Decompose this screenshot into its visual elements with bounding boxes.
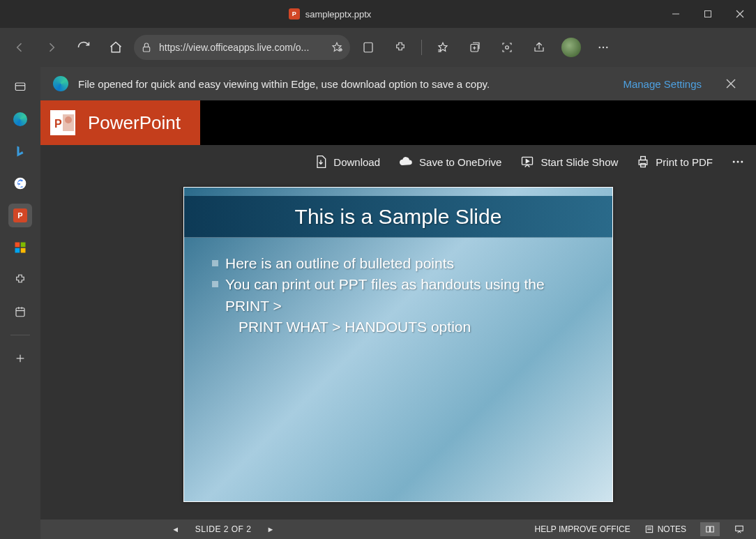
slideshow-label: Start Slide Show <box>540 156 618 168</box>
home-button[interactable] <box>102 33 130 61</box>
forward-button[interactable] <box>38 33 66 61</box>
download-label: Download <box>333 156 380 168</box>
svg-rect-1 <box>705 11 711 17</box>
tab-powerpoint[interactable]: P <box>8 204 32 227</box>
web-capture-icon[interactable] <box>493 33 521 61</box>
lock-icon <box>141 42 152 53</box>
collections-icon[interactable] <box>461 33 489 61</box>
back-button[interactable] <box>6 33 33 61</box>
slideshow-view-button[interactable] <box>729 522 749 536</box>
svg-rect-19 <box>15 248 20 253</box>
powerpoint-favicon: P <box>289 8 300 20</box>
tab-edge[interactable] <box>8 107 32 131</box>
edge-icon <box>53 76 68 91</box>
print-icon <box>636 155 650 169</box>
svg-point-38 <box>737 161 739 163</box>
slideshow-icon <box>520 155 535 169</box>
more-button[interactable] <box>589 33 617 61</box>
close-button[interactable] <box>724 0 756 28</box>
cloud-icon <box>398 155 414 169</box>
browser-toolbar: https://view.officeapps.live.com/o... + <box>0 28 756 67</box>
download-icon <box>314 155 328 169</box>
address-bar[interactable]: https://view.officeapps.live.com/o... + <box>134 35 350 60</box>
svg-text:P: P <box>54 118 62 130</box>
window-titlebar: P samplepptx.pptx <box>0 0 756 28</box>
slide-count-label: SLIDE 2 OF 2 <box>195 524 252 534</box>
document-action-bar: Download Save to OneDrive Start Slide Sh… <box>40 145 756 179</box>
notes-label: NOTES <box>658 524 686 534</box>
svg-rect-40 <box>646 526 652 532</box>
prev-slide-button[interactable]: ◄ <box>172 525 179 533</box>
notes-button[interactable]: NOTES <box>640 522 690 536</box>
svg-rect-43 <box>736 526 743 531</box>
slide-bullet-1: Here is an outline of bulleted points <box>225 253 454 274</box>
svg-rect-21 <box>16 308 24 317</box>
info-bar: File opened for quick and easy viewing w… <box>40 67 756 100</box>
toolbar-separator <box>421 40 422 55</box>
powerpoint-logo-icon: P <box>50 110 75 135</box>
save-onedrive-button[interactable]: Save to OneDrive <box>398 155 501 169</box>
slide-viewport[interactable]: This is a Sample Slide Here is an outlin… <box>40 179 756 519</box>
svg-rect-36 <box>641 164 646 167</box>
slide-bullet-2: You can print out PPT files as handouts … <box>225 274 545 295</box>
vertical-tabs-bar: P <box>0 67 40 539</box>
new-tab-button[interactable] <box>8 347 32 370</box>
svg-point-10 <box>506 46 509 50</box>
tab-microsoft[interactable] <box>8 236 32 259</box>
maximize-button[interactable] <box>692 0 724 28</box>
print-pdf-button[interactable]: Print to PDF <box>636 155 713 169</box>
refresh-button[interactable] <box>70 33 98 61</box>
favorites-icon[interactable] <box>429 33 457 61</box>
download-button[interactable]: Download <box>314 155 380 169</box>
tab-google[interactable] <box>8 172 32 195</box>
svg-rect-17 <box>15 243 20 248</box>
onedrive-label: Save to OneDrive <box>419 156 501 168</box>
office-app-icon[interactable] <box>354 33 382 61</box>
svg-rect-35 <box>641 157 646 160</box>
slide-line-4: PRINT WHAT > HANDOUTS option <box>212 317 591 337</box>
window-title: samplepptx.pptx <box>305 9 372 20</box>
svg-rect-18 <box>21 243 26 248</box>
start-slideshow-button[interactable]: Start Slide Show <box>520 155 618 169</box>
print-label: Print to PDF <box>656 156 713 168</box>
slide-line-3: PRINT > <box>212 296 591 317</box>
powerpoint-header: P PowerPoint <box>40 100 756 145</box>
content-area: File opened for quick and easy viewing w… <box>40 67 756 539</box>
svg-rect-34 <box>639 160 647 165</box>
extensions-icon[interactable] <box>386 33 414 61</box>
notes-icon <box>644 524 654 534</box>
next-slide-button[interactable]: ► <box>266 525 274 533</box>
help-improve-link[interactable]: HELP IMPROVE OFFICE <box>535 524 630 534</box>
svg-point-11 <box>599 47 600 48</box>
tab-bing[interactable] <box>8 139 32 163</box>
powerpoint-brand-text: PowerPoint <box>88 112 181 134</box>
manage-settings-link[interactable]: Manage Settings <box>623 78 702 90</box>
favorite-icon[interactable]: + <box>331 41 343 54</box>
info-bar-text: File opened for quick and easy viewing w… <box>78 78 490 90</box>
status-bar: ◄ SLIDE 2 OF 2 ► HELP IMPROVE OFFICE NOT… <box>40 519 756 539</box>
svg-rect-20 <box>21 248 26 253</box>
svg-rect-4 <box>143 47 149 52</box>
sidebar-history-icon[interactable] <box>8 300 32 324</box>
sidebar-separator <box>10 335 30 335</box>
slide: This is a Sample Slide Here is an outlin… <box>183 187 613 502</box>
svg-point-12 <box>603 47 604 48</box>
reading-view-button[interactable] <box>700 522 720 536</box>
url-text: https://view.officeapps.live.com/o... <box>159 42 324 53</box>
svg-point-39 <box>741 161 743 163</box>
sidebar-extensions-icon[interactable] <box>8 268 32 291</box>
svg-point-13 <box>606 47 607 48</box>
svg-rect-6 <box>364 43 372 52</box>
tab-actions-icon[interactable] <box>8 75 32 99</box>
minimize-button[interactable] <box>660 0 692 28</box>
more-actions-button[interactable] <box>731 155 745 169</box>
svg-point-37 <box>733 161 735 163</box>
powerpoint-brand: P PowerPoint <box>40 100 200 145</box>
svg-text:+: + <box>340 47 342 52</box>
slide-title: This is a Sample Slide <box>295 205 502 229</box>
svg-rect-14 <box>15 83 25 91</box>
profile-avatar[interactable] <box>557 33 585 61</box>
share-icon[interactable] <box>525 33 553 61</box>
svg-point-32 <box>65 116 72 123</box>
info-bar-close[interactable] <box>718 79 743 89</box>
